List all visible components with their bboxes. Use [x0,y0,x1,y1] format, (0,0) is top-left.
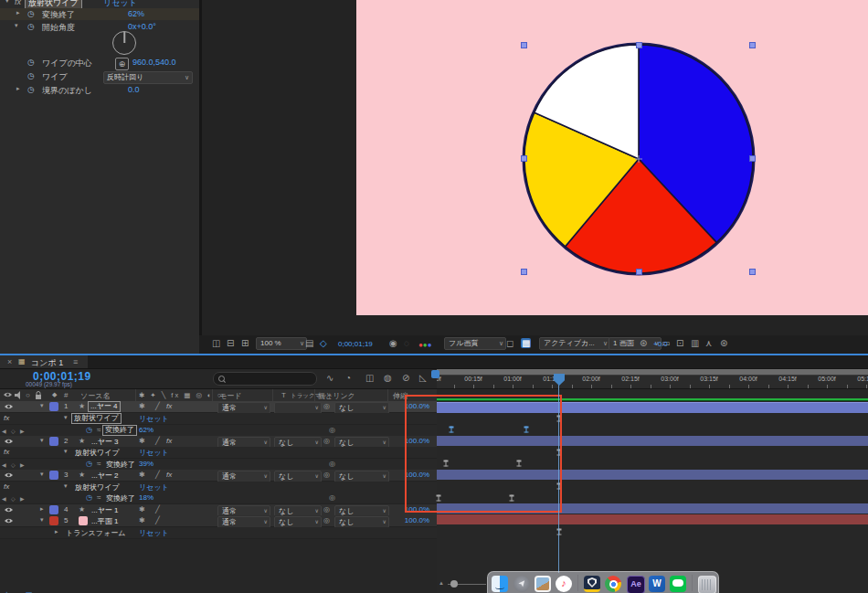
mode-header[interactable]: モード [219,391,241,401]
grapheditor-icon[interactable]: ◺ [419,373,427,383]
expand-right-icon[interactable]: ▸ [16,9,20,16]
snapshot-icon[interactable]: ◉ [389,338,397,348]
pickwhip-icon[interactable]: ◎ [329,493,335,502]
time-ruler[interactable]: 0:00f00:15f01:00f01:15f02:00f02:15f03:00… [437,369,868,389]
expand-right-icon[interactable]: ▸ [16,85,20,92]
kf-diamond-icon[interactable]: ◇ [11,428,16,434]
crosshair-icon[interactable]: ⊕ [115,58,129,70]
expand-down-icon[interactable]: ▾ [15,22,18,29]
selection-handle[interactable] [749,155,756,162]
last-snapshot-icon[interactable]: ◌ [404,338,409,348]
region-icon[interactable]: ◻ [506,338,513,348]
effect-header-row[interactable]: ▾ fx 放射状ワイプ リセット [0,0,199,8]
exposure-icon[interactable]: ⊛ [640,338,647,348]
kf-next-icon[interactable]: ▶ [20,495,25,502]
monitor-icon[interactable]: ⊟ [227,338,234,348]
layer-name[interactable]: ...平面 1 [91,516,118,526]
stopwatch-icon[interactable]: ◷ [27,71,35,80]
music-icon[interactable]: ♪ [556,576,572,592]
histogram-icon[interactable]: ▥ [691,338,699,348]
wipe-dropdown[interactable]: 反時計回り∨ [103,71,193,84]
layer-bar-5[interactable] [437,514,868,524]
reset-button[interactable]: リセット [139,528,169,538]
source-name-header[interactable]: ソース名 [80,391,110,401]
expand-right-icon[interactable]: ▸ [55,528,58,535]
pixel-icon[interactable]: ⊡ [676,338,683,348]
label-color-swatch[interactable] [49,471,58,480]
eye-icon[interactable] [4,517,14,524]
reset-button[interactable]: リセット [139,482,169,492]
kf-prev-icon[interactable]: ◀ [2,461,6,468]
quality-slash-icon[interactable]: ╱ [155,516,160,524]
motionblur-icon[interactable]: ◍ [384,373,392,383]
layer-row-3[interactable]: ▾ 3 ★ ...ヤー 2 ✱ ╱ fx 通常∨ なし∨ ◎ なし∨ 100.0… [0,470,437,482]
grid-icon[interactable]: ▤ [305,338,313,348]
grapheditor-icon[interactable]: ≈ [97,460,101,468]
quality-slash-icon[interactable]: ╱ [155,505,160,514]
pickwhip-icon[interactable]: ◎ [323,437,330,445]
property-value[interactable]: 62% [128,9,144,18]
effect-row[interactable]: fx ▾ 放射状ワイプ リセット [0,447,437,459]
property-value[interactable]: 0x+0.0° [128,22,156,31]
work-area-bar[interactable] [437,369,868,376]
property-value[interactable]: 18% [139,493,153,502]
effect-name[interactable]: 放射状ワイプ [75,482,120,492]
start-angle-row[interactable]: ▾ ◷ 開始角度 0x+0.0° [0,21,199,33]
channels-icon[interactable]: ●●● [418,341,432,349]
selection-handle[interactable] [521,42,527,48]
pickwhip-icon[interactable]: ◎ [329,426,335,434]
property-value[interactable]: 62% [139,426,153,434]
expand-down-icon[interactable]: ▾ [40,471,44,478]
stretch-value[interactable]: 100.0% [387,516,429,524]
line-icon[interactable] [670,576,686,592]
quality-slash-icon[interactable]: ╱ [155,402,160,410]
exposure-value[interactable]: +0.0 [653,340,668,348]
expand-down-icon[interactable]: ▾ [40,402,44,409]
chrome-icon[interactable] [605,576,621,592]
stopwatch-icon[interactable]: ◷ [86,460,92,468]
effect-name[interactable]: 放射状ワイプ [75,448,120,458]
expand-right-icon[interactable]: ▸ [40,505,44,513]
roi-icon[interactable]: ◇ [320,338,327,348]
kf-diamond-icon[interactable]: ◇ [11,495,16,502]
selection-handle[interactable] [521,155,527,162]
eye-icon[interactable] [4,506,14,514]
frameblend-icon[interactable]: ◫ [365,373,374,383]
expand-down-icon[interactable]: ▾ [64,448,68,455]
transition-completion-row[interactable]: ▸ ◷ 変換終了 62% [0,8,199,20]
flowchart-icon[interactable]: ∿ [326,373,333,383]
layer-name[interactable]: ...ヤー 1 [91,505,119,515]
pickwhip-icon[interactable]: ◎ [323,505,330,514]
after-effects-icon[interactable]: Ae [627,576,645,593]
menu-icon[interactable]: ≡ [73,357,78,366]
brainstorm-icon[interactable]: ⊘ [402,373,409,383]
timeline-zoom-knob[interactable] [450,580,458,588]
kf-next-icon[interactable]: ▶ [20,428,25,434]
label-color-swatch[interactable] [49,437,58,446]
quality-dropdown[interactable]: フル画質∨ [444,337,506,350]
kf-prev-icon[interactable]: ◀ [2,495,6,502]
matte-t-header[interactable]: T [281,391,286,399]
kf-prev-icon[interactable]: ◀ [2,428,6,434]
feather-row[interactable]: ▸ ◷ 境界のぼかし 0.0 [0,84,199,96]
stopwatch-icon[interactable]: ◷ [27,22,35,31]
label-color-swatch[interactable] [49,402,58,411]
quality-slash-icon[interactable]: ╱ [155,437,160,445]
parent-header[interactable]: 親とリンク [318,391,355,401]
shutter-icon[interactable]: ✱ [139,437,145,445]
transform-row[interactable]: ▸ トランスフォーム リセット [0,527,437,539]
eye-icon[interactable] [4,403,14,410]
eye-icon[interactable] [4,438,14,445]
trash-icon[interactable] [698,576,716,593]
reset-button[interactable]: リセット [139,414,169,424]
shutter-icon[interactable]: ✱ [139,505,145,514]
selection-handle[interactable] [521,269,527,275]
shutter-icon[interactable]: ✱ [139,402,145,410]
pickwhip-icon[interactable]: ◎ [323,402,330,410]
property-value[interactable]: 960.0,540.0 [132,58,176,67]
property-value[interactable]: 0.0 [128,85,140,94]
preview-icon[interactable] [535,576,551,592]
selection-handle[interactable] [636,269,642,275]
shutter-icon[interactable]: ✱ [139,516,145,524]
dual-monitor-icon[interactable]: ⊞ [241,338,249,348]
